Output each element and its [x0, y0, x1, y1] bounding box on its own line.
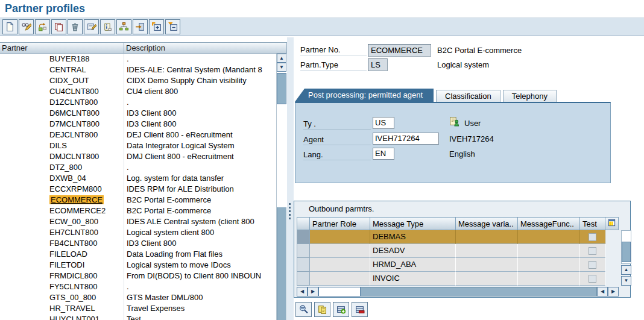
scrollbar-thumb[interactable]: [277, 73, 286, 104]
outbound-row[interactable]: DEBMAS: [297, 230, 619, 244]
outbound-row[interactable]: INVOIC: [297, 272, 619, 286]
table-cell[interactable]: [310, 230, 370, 244]
message-type-cell[interactable]: DEBMAS: [370, 230, 456, 244]
test-checkbox[interactable]: [589, 275, 596, 283]
message-type-cell[interactable]: HRMD_ABA: [370, 258, 456, 272]
partner-id[interactable]: D7MCLNT800: [0, 119, 124, 130]
partner-row[interactable]: EH7CLNT800Logical system client 800: [0, 227, 276, 238]
scroll-right-icon[interactable]: ▶: [308, 287, 318, 296]
goto-partner-button[interactable]: [133, 19, 148, 34]
row-selector[interactable]: [297, 258, 310, 272]
agent-input[interactable]: IVEH717264: [373, 133, 439, 145]
outbound-row[interactable]: DESADV: [297, 244, 619, 258]
row-selector[interactable]: [297, 230, 310, 244]
partner-row[interactable]: ECOMMERCE2B2C Portal E-commerce: [0, 205, 276, 216]
delete-row-button[interactable]: [352, 302, 368, 317]
partner-id[interactable]: BUYER188: [0, 54, 124, 64]
outbound-vscrollbar[interactable]: ▲ ▼: [621, 230, 631, 306]
partner-row-selected[interactable]: ECOMMERCEB2C Portal E-commerce: [0, 195, 276, 205]
partner-row[interactable]: HR_TRAVELTravel Expenses: [0, 303, 276, 314]
table-cell[interactable]: [518, 244, 580, 258]
tab-classification[interactable]: Classification: [436, 90, 500, 102]
partner-id[interactable]: FRMDICL800: [0, 271, 124, 281]
partner-id[interactable]: ECOMMERCE: [0, 195, 124, 205]
partner-id[interactable]: FY5CLNT800: [0, 281, 124, 292]
partner-id[interactable]: ECCXRPM800: [0, 184, 124, 195]
partner-id[interactable]: ECW_00_800: [0, 216, 124, 227]
copy-with-reference-button[interactable]: [35, 19, 50, 34]
scroll-up-icon[interactable]: ▲: [277, 54, 286, 63]
column-header-description[interactable]: Description: [124, 43, 286, 53]
scroll-left-icon[interactable]: ◀: [597, 287, 608, 296]
hierarchy-button[interactable]: [116, 19, 131, 34]
expand-all-button[interactable]: [149, 19, 164, 34]
scroll-up-icon[interactable]: ▲: [621, 265, 631, 275]
partner-row[interactable]: DTZ_800.: [0, 162, 276, 173]
scrollbar-thumb[interactable]: [622, 242, 631, 262]
partner-row[interactable]: DEJCLNT800DEJ Client 800 - eRecruitment: [0, 130, 276, 140]
partner-row[interactable]: CENTRALIDES-ALE: Central System (Mandant…: [0, 64, 276, 75]
partner-id[interactable]: CIDX_OUT: [0, 75, 124, 86]
outbound-hscrollbar[interactable]: ◀ ▶ ◀ ▶: [297, 287, 619, 296]
display-change-button[interactable]: [19, 19, 34, 34]
tab-telephony[interactable]: Telephony: [503, 90, 557, 102]
table-cell[interactable]: [456, 244, 518, 258]
partner-row[interactable]: DXWB_04Log. system for data tansfer: [0, 173, 276, 184]
partner-no-field[interactable]: ECOMMERCE: [368, 44, 431, 57]
column-header-test[interactable]: Test: [580, 217, 605, 230]
partner-row[interactable]: ECCXRPM800IDES RPM for ALE Distribution: [0, 184, 276, 195]
partner-row[interactable]: D1ZCLNT800.: [0, 97, 276, 108]
table-cell[interactable]: [518, 230, 580, 244]
test-checkbox[interactable]: [589, 233, 596, 241]
partner-id[interactable]: DXWB_04: [0, 173, 124, 184]
partner-id[interactable]: FILETODI: [0, 260, 124, 271]
row-selector-header[interactable]: [297, 217, 310, 230]
partner-id[interactable]: GTS_00_800: [0, 292, 124, 303]
column-header-partner[interactable]: Partner: [0, 43, 124, 53]
partner-row[interactable]: HUYCLNT001Test: [0, 314, 276, 320]
test-checkbox[interactable]: [589, 261, 596, 269]
table-cell[interactable]: [310, 258, 370, 272]
partner-id[interactable]: DMJCLNT800: [0, 151, 124, 162]
partner-id[interactable]: FILELOAD: [0, 249, 124, 260]
documentation-button[interactable]: [100, 19, 115, 34]
copy-button[interactable]: [51, 19, 66, 34]
partner-id[interactable]: FB4CLNT800: [0, 238, 124, 249]
scrollbar-thumb[interactable]: [318, 287, 361, 296]
delete-button[interactable]: [68, 19, 83, 34]
partner-row[interactable]: BUYER188.: [0, 54, 276, 64]
partner-row[interactable]: FILETODILogical system to move IDocs: [0, 260, 276, 271]
partner-id[interactable]: DTZ_800: [0, 162, 124, 173]
tab-post-processing-permitted-agent[interactable]: Post processing: permitted agent: [295, 89, 434, 102]
column-header-partner-role[interactable]: Partner Role: [310, 217, 370, 230]
partner-type-field[interactable]: LS: [368, 58, 388, 71]
copy-entry-button[interactable]: [314, 302, 330, 317]
partner-row[interactable]: ECW_00_800IDES ALE Central system (clien…: [0, 216, 276, 227]
partner-id[interactable]: ECOMMERCE2: [0, 205, 124, 216]
partner-id[interactable]: D1ZCLNT800: [0, 97, 124, 108]
table-cell[interactable]: [310, 272, 370, 286]
scrollbar-track-lower[interactable]: [277, 207, 286, 320]
collapse-all-button[interactable]: [165, 19, 180, 34]
table-cell[interactable]: [456, 230, 518, 244]
table-cell[interactable]: [310, 244, 370, 258]
scrollbar-track[interactable]: [361, 287, 597, 296]
message-type-cell[interactable]: INVOIC: [370, 272, 456, 286]
create-button[interactable]: [2, 19, 17, 34]
partner-id[interactable]: HR_TRAVEL: [0, 303, 124, 314]
partner-row[interactable]: CIDX_OUTCIDX Demo Supply Chain visibilit…: [0, 75, 276, 86]
partner-row[interactable]: D7MCLNT800ID3 Client 800: [0, 119, 276, 130]
partner-id[interactable]: HUYCLNT001: [0, 314, 124, 320]
language-input[interactable]: EN: [373, 148, 394, 160]
partner-row[interactable]: CU4CLNT800CU4 client 800: [0, 86, 276, 97]
table-cell[interactable]: [518, 272, 580, 286]
row-selector[interactable]: [297, 272, 310, 286]
partner-row[interactable]: FY5CLNT800.: [0, 281, 276, 292]
partner-list-scrollbar[interactable]: ▲ ▼: [276, 54, 286, 320]
scroll-right-icon[interactable]: ▶: [608, 287, 619, 296]
scroll-down-icon[interactable]: ▼: [621, 276, 631, 286]
message-type-cell[interactable]: DESADV: [370, 244, 456, 258]
table-cell[interactable]: [518, 258, 580, 272]
partner-id[interactable]: DILS: [0, 140, 124, 151]
partner-row[interactable]: DILSData Integrator Logical System: [0, 140, 276, 151]
